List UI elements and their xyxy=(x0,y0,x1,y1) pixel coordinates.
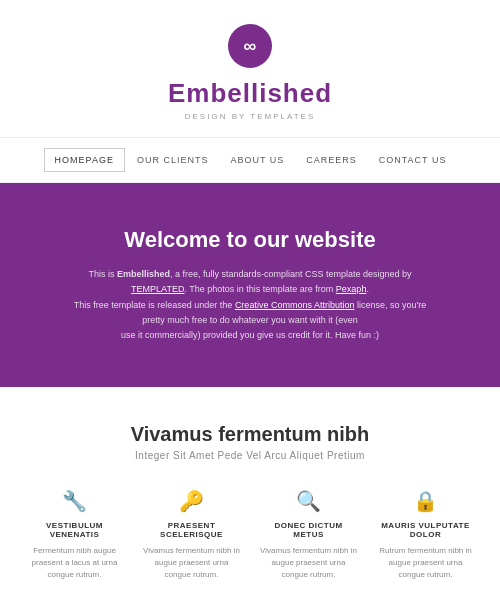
hero-body: This is Embellished, a free, fully stand… xyxy=(70,267,430,343)
feature-card-2: 🔑 PRAESENT SCELERISQUE Vivamus fermentum… xyxy=(137,489,246,589)
nav-item-careers[interactable]: CAREERS xyxy=(296,149,367,171)
hero-section: Welcome to our website This is Embellish… xyxy=(0,183,500,387)
logo-icon: ∞ xyxy=(228,24,272,68)
key-icon: 🔑 xyxy=(141,489,242,513)
features-heading: Vivamus fermentum nibh xyxy=(20,423,480,446)
nav-item-contact[interactable]: CONTACT US xyxy=(369,149,457,171)
feature-title-2: PRAESENT SCELERISQUE xyxy=(141,521,242,539)
feature-card-4: 🔒 MAURIS VULPUTATE DOLOR Rutrum fermentu… xyxy=(371,489,480,589)
pexaph-link[interactable]: Pexaph xyxy=(336,284,367,294)
feature-desc-1: Fermentum nibh augue praesent a lacus at… xyxy=(24,545,125,581)
lock-icon: 🔒 xyxy=(375,489,476,513)
wrench-icon: 🔧 xyxy=(24,489,125,513)
templated-link[interactable]: TEMPLATED xyxy=(131,284,184,294)
cc-link[interactable]: Creative Commons Attribution xyxy=(235,300,355,310)
hero-heading: Welcome to our website xyxy=(40,227,460,253)
feature-title-1: VESTIBULUM VENENATIS xyxy=(24,521,125,539)
feature-title-4: MAURIS VULPUTATE DOLOR xyxy=(375,521,476,539)
nav-item-clients[interactable]: OUR CLIENTS xyxy=(127,149,219,171)
feature-desc-3: Vivamus fermentum nibh in augue praesent… xyxy=(258,545,359,581)
search-icon: 🔍 xyxy=(258,489,359,513)
nav-item-homepage[interactable]: HOMEPAGE xyxy=(44,148,125,172)
features-section: Vivamus fermentum nibh Integer Sit Amet … xyxy=(0,387,500,589)
feature-card-1: 🔧 VESTIBULUM VENENATIS Fermentum nibh au… xyxy=(20,489,129,589)
site-tagline: DESIGN BY TEMPLATES xyxy=(0,112,500,121)
nav-item-about[interactable]: ABOUT US xyxy=(220,149,294,171)
main-nav: HOMEPAGE OUR CLIENTS ABOUT US CAREERS CO… xyxy=(0,137,500,183)
feature-card-3: 🔍 DONEC DICTUM METUS Vivamus fermentum n… xyxy=(254,489,363,589)
feature-desc-2: Vivamus fermentum nibh in augue praesent… xyxy=(141,545,242,581)
feature-cards: 🔧 VESTIBULUM VENENATIS Fermentum nibh au… xyxy=(20,489,480,589)
header: ∞ Embellished DESIGN BY TEMPLATES xyxy=(0,0,500,137)
feature-title-3: DONEC DICTUM METUS xyxy=(258,521,359,539)
feature-desc-4: Rutrum fermentum nibh in augue praesent … xyxy=(375,545,476,581)
features-subheading: Integer Sit Amet Pede Vel Arcu Aliquet P… xyxy=(20,450,480,461)
site-title: Embellished xyxy=(0,78,500,109)
